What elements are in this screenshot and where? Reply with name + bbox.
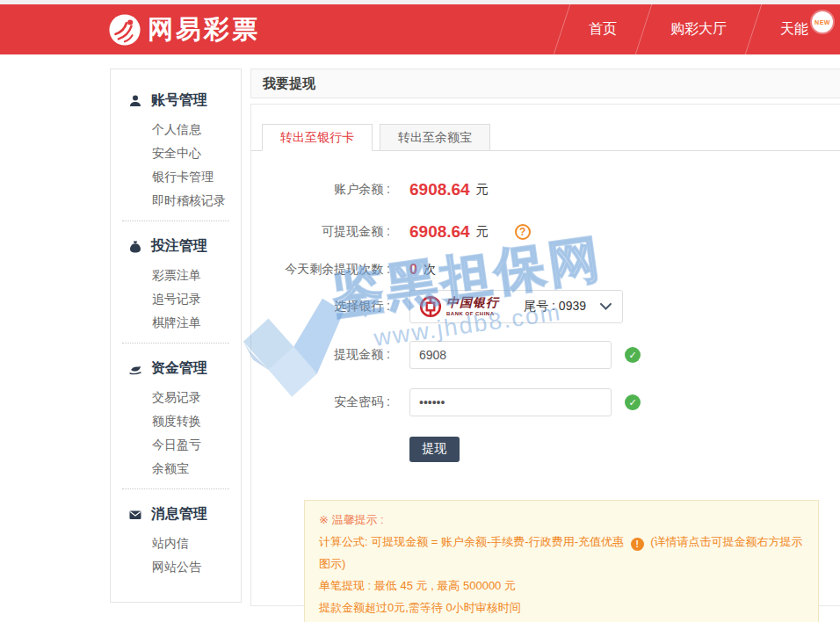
bank-identity: 中国银行 BANK OF CHINA <box>446 297 499 316</box>
warning-icon[interactable]: ! <box>631 538 644 551</box>
balance-label: 账户余额 : <box>251 182 390 198</box>
bank-select[interactable]: 中国银行 BANK OF CHINA 尾号 : 0939 <box>409 290 623 323</box>
sidebar-section-label: 资金管理 <box>151 359 207 378</box>
withdraw-panel: 转出至银行卡 转出至余额宝 账户余额 : 6908.64 元 可提现金额 : 6… <box>250 104 840 606</box>
sidebar-item-security-center[interactable]: 安全中心 <box>111 141 241 165</box>
sidebar-item-board-orders[interactable]: 棋牌注单 <box>111 311 241 335</box>
tab-to-bank-card[interactable]: 转出至银行卡 <box>262 124 373 151</box>
row-amount: 提现金额 : ✓ <box>251 340 641 370</box>
sidebar-section-label: 投注管理 <box>151 237 207 256</box>
row-bank: 选择银行 : 中国银行 BANK OF CHINA 尾号 : 0939 <box>251 289 623 324</box>
row-times: 今天剩余提现次数 : 0 次 <box>251 259 436 280</box>
sidebar-divider <box>122 221 229 221</box>
funds-icon <box>128 362 142 376</box>
header: 网易彩票 首页 购彩大厅 天能 NEW <box>0 4 840 54</box>
sidebar: 账号管理 个人信息 安全中心 银行卡管理 即时稽核记录 投注管理 彩票注单 追号… <box>110 69 242 603</box>
tabs: 转出至银行卡 转出至余额宝 <box>262 124 497 151</box>
tab-to-yuebao[interactable]: 转出至余额宝 <box>380 124 490 151</box>
notice-line-formula: 计算公式: 可提现金额 = 账户余额-手续费-行政费用-充值优惠 ! (详情请点… <box>319 531 804 575</box>
withdrawable-value: 6908.64 <box>409 222 470 242</box>
sidebar-item-announcements[interactable]: 网站公告 <box>111 555 241 579</box>
bank-name-en: BANK OF CHINA <box>446 311 499 316</box>
sidebar-item-personal-info[interactable]: 个人信息 <box>111 118 241 141</box>
brand[interactable]: 网易彩票 <box>108 4 260 54</box>
sidebar-item-inbox[interactable]: 站内信 <box>111 532 241 555</box>
nav-item-home[interactable]: 首页 <box>562 4 643 54</box>
amount-label: 提现金额 : <box>251 347 390 363</box>
row-password: 安全密码 : ✓ <box>251 387 641 417</box>
sidebar-section-account[interactable]: 账号管理 <box>111 83 241 118</box>
row-submit: 提现 <box>251 435 460 463</box>
nav-item-tianneng[interactable]: 天能 NEW <box>754 4 835 54</box>
sidebar-item-bank-card[interactable]: 银行卡管理 <box>111 165 241 189</box>
bank-label: 选择银行 : <box>251 299 390 315</box>
check-ok-icon: ✓ <box>625 347 641 363</box>
notice-line-review: 提款金额超过0元,需等待 0小时审核时间 <box>319 597 804 618</box>
bank-of-china-icon <box>419 295 442 318</box>
user-icon <box>128 94 142 108</box>
times-value: 0 <box>409 262 417 278</box>
sidebar-section-messages[interactable]: 消息管理 <box>111 497 241 532</box>
times-label: 今天剩余提现次数 : <box>251 262 390 278</box>
sidebar-item-lottery-orders[interactable]: 彩票注单 <box>111 264 241 287</box>
notice-line-limits: 单笔提现 : 最低 45 元 , 最高 500000 元 <box>319 575 804 597</box>
sidebar-section-label: 消息管理 <box>151 505 207 524</box>
bank-tail-number: 尾号 : 0939 <box>524 299 586 315</box>
notice-box: ※ 温馨提示 : 计算公式: 可提现金额 = 账户余额-手续费-行政费用-充值优… <box>304 500 819 622</box>
bank-name: 中国银行 <box>446 297 499 309</box>
sidebar-item-chase-records[interactable]: 追号记录 <box>111 287 241 311</box>
new-badge: NEW <box>812 11 833 33</box>
sidebar-item-transactions[interactable]: 交易记录 <box>111 386 241 409</box>
sidebar-section-label: 账号管理 <box>151 91 207 110</box>
withdrawable-label: 可提现金额 : <box>251 224 390 240</box>
sidebar-divider <box>122 343 229 344</box>
amount-input[interactable] <box>409 341 612 369</box>
sidebar-item-today-pl[interactable]: 今日盈亏 <box>111 433 241 457</box>
row-balance: 账户余额 : 6908.64 元 <box>251 178 489 201</box>
withdrawable-unit: 元 <box>476 224 489 240</box>
sidebar-item-quota-convert[interactable]: 额度转换 <box>111 409 241 433</box>
nav-item-tianneng-label: 天能 <box>780 20 808 39</box>
password-label: 安全密码 : <box>251 394 390 410</box>
sidebar-item-audit-records[interactable]: 即时稽核记录 <box>111 189 241 213</box>
check-ok-icon: ✓ <box>625 394 641 410</box>
brand-title: 网易彩票 <box>148 12 260 47</box>
times-unit: 次 <box>424 262 436 278</box>
sidebar-item-yuebao[interactable]: 余额宝 <box>111 457 241 481</box>
password-input[interactable] <box>409 388 612 416</box>
balance-unit: 元 <box>476 182 489 198</box>
sidebar-section-funds[interactable]: 资金管理 <box>111 351 241 386</box>
chevron-down-icon <box>600 303 612 310</box>
page-title: 我要提现 <box>250 69 840 98</box>
notice-formula-text: 计算公式: 可提现金额 = 账户余额-手续费-行政费用-充值优惠 <box>319 535 624 548</box>
sidebar-divider <box>122 488 229 489</box>
nav-item-lottery-hall[interactable]: 购彩大厅 <box>644 4 753 54</box>
question-icon[interactable]: ? <box>515 224 531 240</box>
sidebar-section-betting[interactable]: 投注管理 <box>111 229 241 264</box>
notice-title: ※ 温馨提示 : <box>319 509 804 531</box>
moneybag-icon <box>128 240 142 254</box>
mail-icon <box>128 508 142 522</box>
main-nav: 首页 购彩大厅 天能 NEW <box>561 4 835 54</box>
balance-value: 6908.64 <box>409 180 470 199</box>
withdraw-button[interactable]: 提现 <box>409 437 460 462</box>
row-withdrawable: 可提现金额 : 6908.64 元 ? <box>251 221 531 243</box>
brand-logo-icon <box>108 13 141 47</box>
